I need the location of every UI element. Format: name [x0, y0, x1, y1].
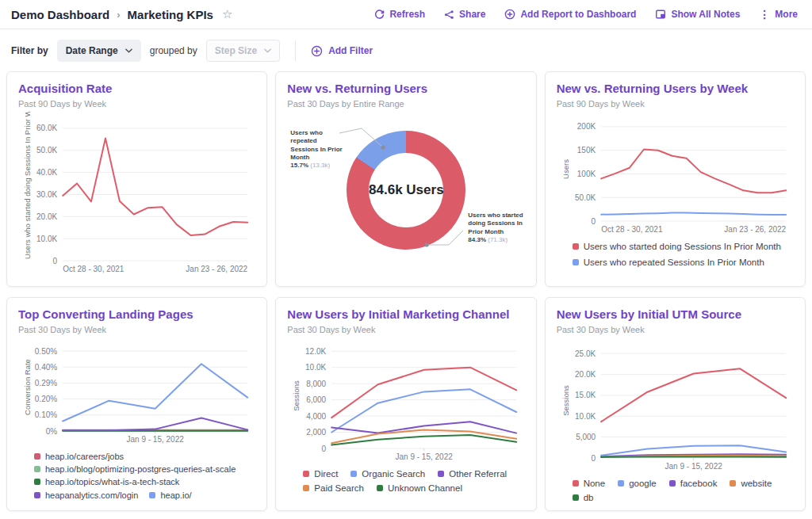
show-all-notes-label: Show All Notes: [671, 9, 740, 20]
svg-text:10.0K: 10.0K: [36, 234, 57, 242]
slice-count: (13.3k): [310, 162, 330, 169]
legend-swatch: [573, 259, 579, 265]
donut-ring[interactable]: 84.6k Users: [347, 131, 465, 250]
donut-center-label: 84.6k Users: [369, 182, 444, 198]
top-converting-landing-pages-line-chart[interactable]: 0%0.10%0.20%0.29%0.40%0.50%Conversion Ra…: [18, 338, 255, 447]
report-card-new-users-by-initial-marketing-channel[interactable]: New Users by Initial Marketing Channel P…: [275, 297, 536, 511]
legend-item[interactable]: google: [618, 478, 657, 490]
report-card-new-vs-returning-users[interactable]: New vs. Returning Users Past 30 Days by …: [275, 71, 536, 287]
legend-item[interactable]: heap.io/blog/optimizing-postgres-queries…: [34, 464, 236, 475]
chevron-down-icon: [264, 48, 271, 53]
breadcrumb-dashboard-link[interactable]: Demo Dashboard: [11, 8, 109, 21]
legend-item[interactable]: website: [730, 478, 772, 490]
svg-text:30.0K: 30.0K: [36, 190, 57, 199]
report-title[interactable]: New vs. Returning Users by Week: [557, 82, 794, 97]
kebab-menu-icon: ⋮: [759, 8, 770, 21]
svg-text:0: 0: [322, 444, 327, 452]
legend-label: Direct: [314, 468, 338, 480]
chart-legend: Nonegooglefacebookwebsitedb: [557, 474, 794, 504]
legend-swatch: [350, 471, 357, 477]
svg-text:0.20%: 0.20%: [35, 395, 57, 403]
report-card-acquisition-rate[interactable]: Acquisition Rate Past 90 Days by Week 01…: [6, 71, 267, 287]
legend-swatch: [730, 480, 736, 487]
new-vs-returning-by-week-line-chart[interactable]: 050.0K100K150K200KUsersOct 28 - 30, 2021…: [557, 112, 794, 237]
legend-item[interactable]: Direct: [303, 468, 338, 480]
svg-text:0: 0: [591, 453, 596, 462]
new-vs-returning-donut-chart[interactable]: 84.6k Users Users who repeated Sessions …: [287, 112, 524, 275]
legend-item[interactable]: Users who repeated Sessions In Prior Mon…: [573, 257, 794, 269]
svg-text:Jan 23 - 26, 2022: Jan 23 - 26, 2022: [186, 265, 247, 273]
legend-item[interactable]: heap.io/: [149, 490, 191, 501]
legend-label: heap.io/careers/jobs: [45, 451, 124, 462]
report-subtitle: Past 30 Days by Entire Range: [287, 99, 524, 109]
report-card-new-vs-returning-users-by-week[interactable]: New vs. Returning Users by Week Past 90 …: [545, 71, 806, 287]
report-title[interactable]: New Users by Initial Marketing Channel: [287, 307, 524, 322]
header-actions: Refresh Share Add Report to Dashboard: [374, 8, 798, 21]
svg-text:0: 0: [591, 216, 596, 225]
chevron-down-icon: [125, 48, 132, 53]
svg-text:0.40%: 0.40%: [35, 363, 57, 372]
legend-swatch: [303, 485, 309, 491]
plus-circle-icon: [504, 9, 515, 20]
legend-swatch: [149, 492, 155, 498]
report-title[interactable]: New vs. Returning Users: [287, 82, 524, 97]
marketing-channel-line-chart[interactable]: 02,0004,0006,0008,00010.0K12.0KSessionsJ…: [287, 338, 524, 464]
acquisition-rate-line-chart[interactable]: 010.0K20.0K30.0K40.0K50.0K60.0KUsers who…: [18, 112, 255, 277]
legend-swatch: [573, 243, 579, 250]
legend-label: heapanalytics.com/login: [45, 490, 138, 501]
favorite-star-icon[interactable]: ☆: [222, 7, 232, 21]
legend-item[interactable]: Organic Search: [350, 468, 425, 480]
legend-item[interactable]: None: [573, 478, 606, 490]
add-filter-button[interactable]: Add Filter: [311, 45, 373, 57]
svg-text:Sessions: Sessions: [292, 380, 301, 411]
add-report-label: Add Report to Dashboard: [520, 9, 636, 20]
step-size-select[interactable]: Step Size: [206, 40, 280, 62]
svg-text:12.0K: 12.0K: [305, 346, 326, 355]
report-title[interactable]: Top Converting Landing Pages: [18, 307, 255, 322]
chart-legend: heap.io/careers/jobsheap.io/blog/optimiz…: [18, 447, 255, 501]
svg-text:10.0K: 10.0K: [575, 412, 596, 421]
svg-text:50.0K: 50.0K: [575, 193, 596, 201]
svg-text:8,000: 8,000: [306, 379, 326, 387]
legend-item[interactable]: Unknown Channel: [377, 483, 462, 494]
page-title: Marketing KPIs: [128, 8, 213, 21]
breadcrumb-separator: ›: [117, 9, 120, 21]
svg-text:Jan 23 - 26, 2022: Jan 23 - 26, 2022: [724, 225, 786, 234]
donut-callout-new: Users who started doing Sessions In Prio…: [468, 212, 525, 245]
legend-swatch: [438, 471, 444, 477]
more-button[interactable]: ⋮ More: [759, 8, 798, 21]
report-subtitle: Past 90 Days by Week: [557, 99, 794, 109]
legend-item[interactable]: heap.io/topics/what-is-a-tech-stack: [34, 476, 179, 487]
date-range-select[interactable]: Date Range: [57, 40, 141, 62]
share-button[interactable]: Share: [444, 9, 485, 20]
utm-source-line-chart[interactable]: 05,00010.0K15.0K20.0K25.0KSessionsJan 9 …: [557, 338, 794, 474]
svg-text:60.0K: 60.0K: [36, 124, 57, 132]
legend-item[interactable]: heap.io/careers/jobs: [34, 451, 124, 462]
legend-label: heap.io/blog/optimizing-postgres-queries…: [45, 464, 236, 475]
page-header: Demo Dashboard › Marketing KPIs ☆ Refres…: [0, 0, 812, 29]
report-title[interactable]: Acquisition Rate: [18, 82, 255, 97]
svg-text:0%: 0%: [46, 426, 58, 435]
legend-label: heap.io/topics/what-is-a-tech-stack: [45, 476, 179, 487]
legend-item[interactable]: Paid Search: [303, 483, 364, 494]
legend-item[interactable]: facebook: [669, 478, 718, 490]
filter-bar-divider: [295, 40, 296, 61]
donut-hole: 84.6k Users: [369, 153, 443, 227]
report-title[interactable]: New Users by Initial UTM Source: [557, 307, 794, 322]
legend-item[interactable]: db: [573, 492, 594, 504]
legend-label: google: [629, 478, 657, 490]
svg-text:15.0K: 15.0K: [575, 391, 596, 399]
refresh-button[interactable]: Refresh: [374, 9, 425, 20]
legend-item[interactable]: Other Referral: [438, 468, 507, 480]
add-report-button[interactable]: Add Report to Dashboard: [504, 9, 636, 20]
show-all-notes-button[interactable]: Show All Notes: [655, 9, 740, 20]
svg-text:0.50%: 0.50%: [35, 346, 57, 355]
slice-label: Users who repeated Sessions In Prior Mon…: [290, 129, 344, 162]
report-card-top-converting-landing-pages[interactable]: Top Converting Landing Pages Past 30 Day…: [6, 297, 267, 511]
legend-item[interactable]: heapanalytics.com/login: [34, 490, 138, 501]
legend-item[interactable]: Users who started doing Sessions In Prio…: [573, 241, 794, 253]
report-card-new-users-by-initial-utm-source[interactable]: New Users by Initial UTM Source Past 30 …: [545, 297, 806, 511]
dashboard-grid: Acquisition Rate Past 90 Days by Week 01…: [0, 71, 812, 511]
report-subtitle: Past 30 Days by Week: [287, 325, 524, 334]
legend-swatch: [34, 479, 40, 485]
